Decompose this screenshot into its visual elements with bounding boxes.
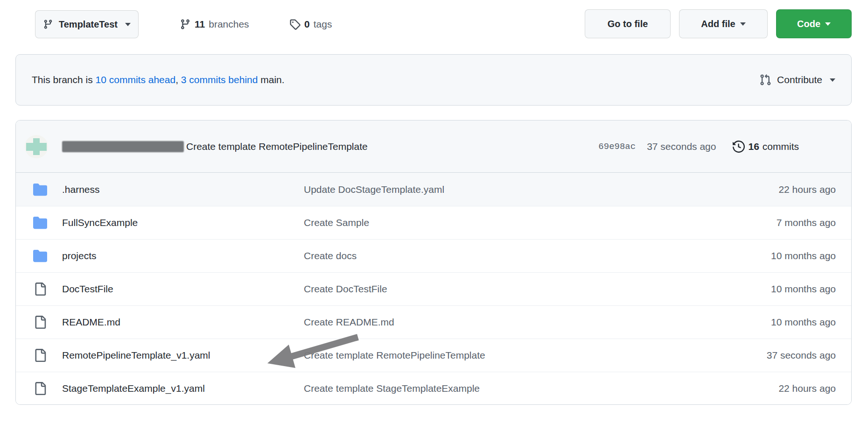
row-commit-time-link[interactable]: 10 months ago — [771, 283, 836, 295]
folder-icon — [33, 249, 47, 263]
table-row: README.md Create README.md 10 months ago — [16, 305, 851, 339]
avatar[interactable] — [25, 135, 48, 158]
file-icon — [34, 349, 47, 362]
row-commit-message-link[interactable]: Create README.md — [304, 317, 394, 328]
file-icon — [34, 382, 47, 395]
tags-label: tags — [314, 19, 332, 30]
file-table-card: Create template RemotePipelineTemplate 6… — [15, 120, 852, 405]
row-commit-message-link[interactable]: Create Sample — [304, 217, 369, 228]
branch-status-separator: , — [175, 74, 181, 85]
code-button[interactable]: Code — [776, 9, 852, 38]
chevron-down-icon — [825, 22, 831, 26]
git-pull-request-icon — [759, 74, 771, 86]
tag-icon — [289, 19, 301, 30]
add-file-label: Add file — [701, 19, 735, 29]
contribute-label: Contribute — [777, 74, 822, 85]
latest-commit-header: Create template RemotePipelineTemplate 6… — [16, 120, 851, 173]
row-commit-time-link[interactable]: 22 hours ago — [778, 184, 836, 195]
branch-selector-button[interactable]: TemplateTest — [35, 10, 139, 38]
table-row: FullSyncExample Create Sample 7 months a… — [16, 206, 851, 239]
row-commit-time-link[interactable]: 10 months ago — [771, 250, 836, 261]
commits-behind-link[interactable]: 3 commits behind — [181, 74, 258, 85]
folder-icon — [33, 216, 47, 230]
file-name-link[interactable]: README.md — [62, 317, 120, 328]
table-row: DocTestFile Create DocTestFile 10 months… — [16, 272, 851, 305]
row-commit-time-link[interactable]: 10 months ago — [771, 317, 836, 328]
row-commit-time-link[interactable]: 22 hours ago — [778, 383, 836, 394]
row-commit-time-link[interactable]: 7 months ago — [777, 217, 836, 228]
go-to-file-button[interactable]: Go to file — [585, 9, 671, 38]
commits-ahead-link[interactable]: 10 commits ahead — [96, 74, 176, 85]
tags-count: 0 — [304, 19, 310, 30]
table-row: .harness Update DocStageTemplate.yaml 22… — [16, 173, 851, 206]
branches-count: 11 — [195, 19, 205, 30]
table-row: projects Create docs 10 months ago — [16, 239, 851, 272]
file-name-link[interactable]: StageTemplateExample_v1.yaml — [62, 383, 205, 394]
folder-icon — [33, 183, 47, 197]
commit-count: 16 — [748, 141, 759, 152]
file-name-link[interactable]: .harness — [62, 184, 100, 195]
chevron-down-icon — [125, 23, 131, 26]
row-commit-time-link[interactable]: 37 seconds ago — [767, 350, 836, 361]
code-label: Code — [797, 19, 820, 29]
repo-page: TemplateTest 11 branches 0 tags Go to fi… — [0, 0, 868, 424]
commit-time: 37 seconds ago — [647, 141, 716, 152]
commit-history-link[interactable]: 16 commits — [733, 141, 799, 153]
contribute-button[interactable]: Contribute — [759, 74, 835, 86]
latest-commit-message-link[interactable]: Create template RemotePipelineTemplate — [186, 141, 368, 152]
tags-link[interactable]: 0 tags — [289, 10, 332, 38]
go-to-file-label: Go to file — [608, 19, 648, 29]
git-branch-icon — [43, 19, 53, 29]
latest-commit-meta: 69e98ac 37 seconds ago 16 commits — [598, 120, 799, 172]
table-row: RemotePipelineTemplate_v1.yaml Create te… — [16, 339, 851, 372]
chevron-down-icon — [740, 22, 746, 26]
file-icon — [34, 283, 47, 296]
branch-selector-label: TemplateTest — [59, 19, 118, 30]
file-icon — [34, 316, 47, 329]
branch-status-text: This branch is 10 commits ahead, 3 commi… — [32, 74, 285, 85]
row-commit-message-link[interactable]: Create docs — [304, 250, 357, 261]
chevron-down-icon — [830, 78, 835, 82]
branch-status-suffix: main. — [258, 74, 284, 85]
table-row: StageTemplateExample_v1.yaml Create temp… — [16, 372, 851, 405]
file-name-link[interactable]: RemotePipelineTemplate_v1.yaml — [62, 350, 210, 361]
row-commit-message-link[interactable]: Create template StageTemplateExample — [304, 383, 480, 394]
file-name-link[interactable]: DocTestFile — [62, 283, 113, 295]
commit-hash: 69e98ac — [598, 141, 636, 152]
commit-count-label: commits — [763, 141, 799, 152]
avatar-pattern — [33, 138, 40, 155]
branch-status-banner: This branch is 10 commits ahead, 3 commi… — [15, 54, 852, 106]
history-icon — [733, 141, 745, 153]
row-commit-message-link[interactable]: Create DocTestFile — [304, 283, 387, 295]
branch-status-prefix: This branch is — [32, 74, 96, 85]
branches-link[interactable]: 11 branches — [180, 10, 249, 38]
git-branch-icon — [180, 19, 191, 30]
file-name-link[interactable]: projects — [62, 250, 97, 261]
row-commit-message-link[interactable]: Create template RemotePipelineTemplate — [304, 350, 485, 361]
author-name-redaction — [62, 141, 184, 152]
file-table-body: .harness Update DocStageTemplate.yaml 22… — [16, 173, 851, 405]
branches-label: branches — [209, 19, 249, 30]
row-commit-message-link[interactable]: Update DocStageTemplate.yaml — [304, 184, 444, 195]
file-name-link[interactable]: FullSyncExample — [62, 217, 138, 228]
add-file-button[interactable]: Add file — [679, 9, 768, 38]
